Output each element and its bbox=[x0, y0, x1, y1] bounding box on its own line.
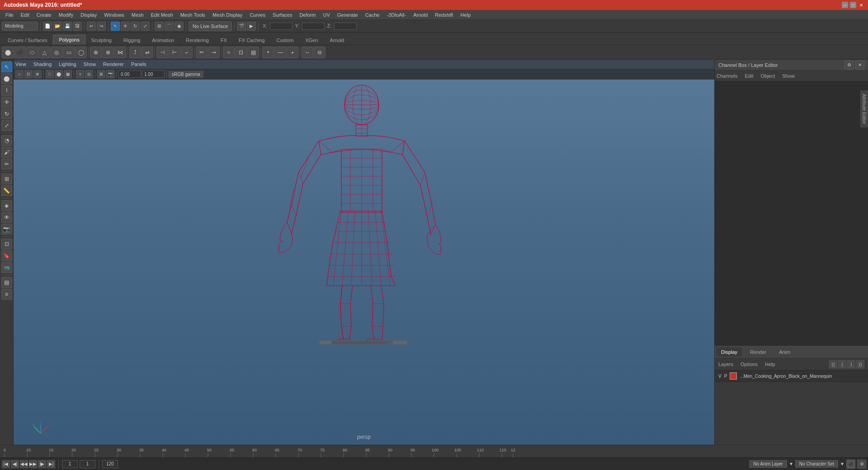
frame-end-input[interactable] bbox=[102, 460, 118, 468]
tab-polygons[interactable]: Polygons bbox=[53, 35, 85, 45]
edit-tab[interactable]: Edit bbox=[745, 73, 753, 79]
menu-cache[interactable]: Cache bbox=[362, 11, 383, 19]
show-hide-button[interactable]: 👁 bbox=[1, 212, 12, 223]
menu-redshift[interactable]: Redshift bbox=[431, 11, 457, 19]
snap-grid-button[interactable]: ⊞ bbox=[155, 22, 164, 31]
sphere-icon[interactable]: ⬤ bbox=[2, 47, 14, 58]
menu-create[interactable]: Create bbox=[33, 11, 55, 19]
torus-icon[interactable]: ◎ bbox=[51, 47, 62, 58]
y-coord-input[interactable] bbox=[302, 23, 325, 30]
smooth-icon[interactable]: ≈ bbox=[223, 47, 235, 58]
help-label[interactable]: Help bbox=[765, 362, 775, 367]
menu-modify[interactable]: Modify bbox=[55, 11, 77, 19]
workspace-dropdown[interactable]: Modeling bbox=[2, 22, 38, 31]
far-clip-input[interactable] bbox=[142, 70, 165, 78]
menu-curves[interactable]: Curves bbox=[246, 11, 269, 19]
x-coord-input[interactable] bbox=[270, 23, 292, 30]
snap-grid-lt-button[interactable]: ⊞ bbox=[1, 174, 12, 184]
frame-start-input[interactable] bbox=[62, 460, 78, 468]
tab-arnold[interactable]: Arnold bbox=[324, 35, 350, 45]
menu-edit[interactable]: Edit bbox=[17, 11, 33, 19]
paint-button[interactable]: ✏ bbox=[1, 159, 12, 169]
measure-button[interactable]: 📏 bbox=[1, 185, 12, 196]
save-file-button[interactable]: 💾 bbox=[63, 22, 72, 31]
go-to-end-button[interactable]: ▶| bbox=[47, 460, 55, 468]
viewport-view-menu[interactable]: View bbox=[15, 61, 26, 67]
channels-tab[interactable]: Channels bbox=[717, 73, 737, 79]
viewport[interactable]: View Shading Lighting Show Renderer Pane… bbox=[14, 60, 714, 445]
viewport-renderer-menu[interactable]: Renderer bbox=[103, 61, 124, 67]
tab-animation[interactable]: Animation bbox=[146, 35, 180, 45]
edge-icon[interactable]: — bbox=[274, 47, 286, 58]
symmetry-icon[interactable]: ⊖ bbox=[314, 47, 326, 58]
multi-cut-icon[interactable]: ✂ bbox=[196, 47, 208, 58]
go-to-start-button[interactable]: |◀ bbox=[2, 460, 10, 468]
options-label[interactable]: Options bbox=[741, 362, 758, 367]
panel-settings-button[interactable]: ⚙ bbox=[844, 61, 854, 70]
tab-rendering[interactable]: Rendering bbox=[180, 35, 215, 45]
combine-icon[interactable]: ⊕ bbox=[90, 47, 102, 58]
face-icon[interactable]: ▪ bbox=[287, 47, 298, 58]
save-scene-button[interactable]: 🖫 bbox=[73, 22, 82, 31]
layer-next-button[interactable]: ⟩ bbox=[847, 360, 855, 368]
tab-custom[interactable]: Custom bbox=[271, 35, 300, 45]
viewport-panels-menu[interactable]: Panels bbox=[131, 61, 146, 67]
redo-button[interactable]: ↪ bbox=[97, 22, 106, 31]
camera-home-button[interactable]: ⌂ bbox=[15, 70, 24, 78]
retopo-icon[interactable]: ⊡ bbox=[235, 47, 247, 58]
anim-tab[interactable]: Anim bbox=[774, 348, 795, 357]
tab-fx-caching[interactable]: FX Caching bbox=[233, 35, 270, 45]
soft-modify-button[interactable]: ◔ bbox=[1, 135, 12, 146]
near-clip-input[interactable] bbox=[118, 70, 141, 78]
lasso-select-button[interactable]: ⌇ bbox=[1, 85, 12, 96]
render-settings-button[interactable]: 🎬 bbox=[237, 22, 246, 31]
step-back-button[interactable]: ◀| bbox=[11, 460, 19, 468]
layer-visible-v[interactable]: V bbox=[718, 374, 722, 379]
play-forward-button[interactable]: ▶▶ bbox=[29, 460, 37, 468]
anim-layer-arrow[interactable]: ▼ bbox=[789, 461, 793, 466]
move-tool-button[interactable]: ✛ bbox=[1, 97, 12, 108]
menu-windows[interactable]: Windows bbox=[100, 11, 128, 19]
new-file-button[interactable]: 📄 bbox=[43, 22, 52, 31]
camera-button[interactable]: 📹 bbox=[1, 262, 12, 273]
render-region-button[interactable]: 📷 bbox=[1, 224, 12, 235]
tab-fx[interactable]: FX bbox=[215, 35, 233, 45]
paint-select-button[interactable]: ⬤ bbox=[1, 73, 12, 84]
scale-tool-button[interactable]: ⤢ bbox=[1, 120, 12, 131]
display-tab[interactable]: Display bbox=[717, 348, 742, 357]
fit-selection-button[interactable]: ⊡ bbox=[24, 70, 33, 78]
cube-icon[interactable]: ⬛ bbox=[14, 47, 26, 58]
menu-deform[interactable]: Deform bbox=[296, 11, 319, 19]
attribute-editor-tab[interactable]: Attribute Editor bbox=[860, 90, 868, 127]
grid-toggle-button[interactable]: ⊞ bbox=[97, 70, 105, 78]
character-set-dropdown[interactable]: No Character Set bbox=[795, 460, 838, 468]
viewport-show-menu[interactable]: Show bbox=[84, 61, 96, 67]
move-button[interactable]: ✛ bbox=[121, 22, 130, 31]
cylinder-icon[interactable]: ⬭ bbox=[26, 47, 38, 58]
rotate-button[interactable]: ↻ bbox=[131, 22, 140, 31]
layer-add-button[interactable]: ⟨⟨ bbox=[829, 360, 837, 368]
wireframe-on-shade-button[interactable]: ⌗ bbox=[76, 70, 84, 78]
show-tab[interactable]: Show bbox=[782, 73, 795, 79]
anim-layer-dropdown[interactable]: No Anim Layer bbox=[749, 460, 787, 468]
menu-mesh[interactable]: Mesh bbox=[128, 11, 147, 19]
auto-key-button[interactable]: ⚫ bbox=[846, 460, 855, 469]
bevel-icon[interactable]: ⌐ bbox=[181, 47, 193, 58]
outliner-button[interactable]: ≡ bbox=[1, 289, 12, 300]
render-tab[interactable]: Render bbox=[745, 348, 771, 357]
layers-label[interactable]: Layers bbox=[718, 362, 733, 367]
tab-curves-surfaces[interactable]: Curves / Surfaces bbox=[2, 35, 53, 45]
connect-icon[interactable]: ⊸ bbox=[208, 47, 220, 58]
sculpt-button[interactable]: 🖌 bbox=[1, 147, 12, 158]
layer-color-swatch[interactable] bbox=[730, 372, 737, 380]
timeline[interactable]: 5 10 15 20 25 30 35 40 45 bbox=[0, 445, 868, 457]
char-set-arrow[interactable]: ▼ bbox=[840, 461, 844, 466]
snap-curve-button[interactable]: ⌒ bbox=[165, 22, 174, 31]
animation-prefs-button[interactable]: ⚙ bbox=[857, 460, 866, 469]
bridge-icon[interactable]: ⇌ bbox=[142, 47, 153, 58]
gamma-display[interactable]: sRGB gamma bbox=[169, 71, 203, 78]
snap-point-button[interactable]: ◉ bbox=[175, 22, 184, 31]
menu-edit-mesh[interactable]: Edit Mesh bbox=[147, 11, 177, 19]
separate-icon[interactable]: ⊗ bbox=[102, 47, 114, 58]
step-forward-button[interactable]: |▶ bbox=[38, 460, 46, 468]
